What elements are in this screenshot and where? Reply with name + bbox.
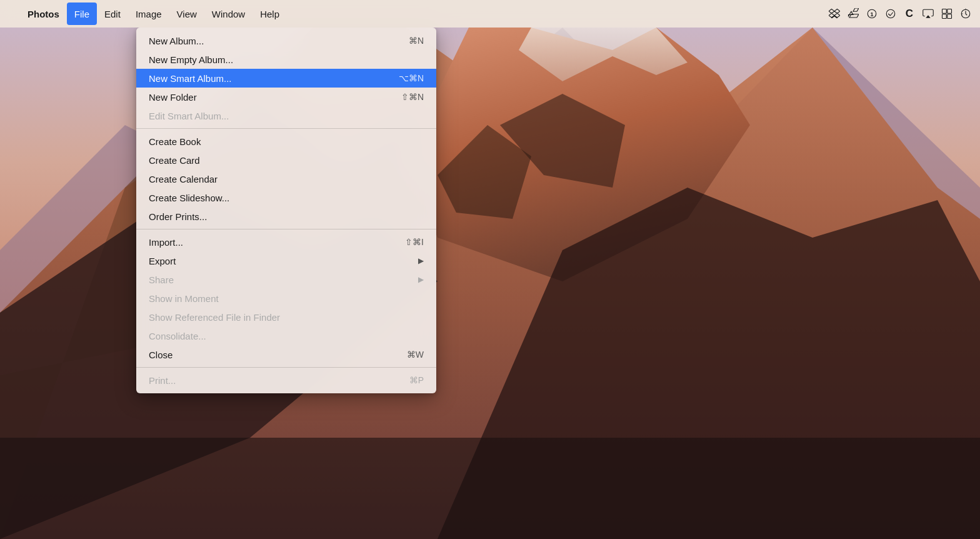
file-dropdown-menu: New Album... ⌘N New Empty Album... New S… [136, 28, 436, 393]
menu-item-show-referenced-file: Show Referenced File in Finder [136, 308, 436, 326]
airplay-icon[interactable] [921, 7, 935, 21]
menu-item-new-album[interactable]: New Album... ⌘N [136, 31, 436, 50]
menu-item-print: Print... ⌘P [136, 371, 436, 390]
menubar-image[interactable]: Image [128, 3, 169, 25]
menubar-edit[interactable]: Edit [97, 3, 128, 25]
menu-item-create-book[interactable]: Create Book [136, 132, 436, 151]
menu-item-show-in-moment: Show in Moment [136, 289, 436, 308]
menu-item-new-folder[interactable]: New Folder ⇧⌘N [136, 88, 436, 106]
svg-rect-14 [942, 9, 947, 14]
menu-item-create-slideshow[interactable]: Create Slideshow... [136, 188, 436, 207]
time-machine-icon[interactable] [959, 7, 972, 21]
menubar-view[interactable]: View [169, 3, 204, 25]
svg-rect-16 [942, 14, 947, 19]
menu-item-new-smart-album[interactable]: New Smart Album... ⌥⌘N [136, 69, 436, 88]
grid-icon[interactable] [940, 7, 954, 21]
menubar-file[interactable]: File [67, 3, 97, 25]
menu-item-share: Share ▶ [136, 270, 436, 289]
1password-icon[interactable]: 1 [865, 7, 879, 21]
menu-item-edit-smart-album: Edit Smart Album... [136, 106, 436, 125]
menubar-left: Photos File Edit Image View Window Help [8, 3, 287, 25]
separator-3 [136, 367, 436, 368]
svg-rect-10 [0, 438, 980, 539]
menubar-right: 1 C [828, 7, 972, 21]
separator-2 [136, 229, 436, 229]
apple-menu[interactable] [8, 3, 20, 25]
menu-item-create-calendar[interactable]: Create Calendar [136, 169, 436, 188]
menubar-help[interactable]: Help [252, 3, 287, 25]
dropbox-icon[interactable] [828, 7, 841, 21]
google-drive-icon[interactable] [846, 7, 860, 21]
menubar-window[interactable]: Window [204, 3, 252, 25]
menu-item-order-prints[interactable]: Order Prints... [136, 207, 436, 226]
menu-item-new-empty-album[interactable]: New Empty Album... [136, 50, 436, 69]
separator-1 [136, 128, 436, 129]
menubar: Photos File Edit Image View Window Help … [0, 0, 980, 28]
svg-point-13 [886, 9, 895, 18]
svg-rect-17 [948, 14, 952, 19]
menu-item-close[interactable]: Close ⌘W [136, 345, 436, 364]
clipboard-c-icon[interactable]: C [902, 7, 916, 21]
svg-text:1: 1 [870, 11, 873, 18]
checkmark-icon[interactable] [884, 7, 898, 21]
menu-item-consolidate: Consolidate... [136, 326, 436, 345]
menu-item-export[interactable]: Export ▶ [136, 251, 436, 270]
menubar-photos[interactable]: Photos [20, 3, 67, 25]
menu-item-import[interactable]: Import... ⇧⌘I [136, 233, 436, 251]
svg-rect-15 [948, 9, 952, 14]
menu-item-create-card[interactable]: Create Card [136, 151, 436, 169]
